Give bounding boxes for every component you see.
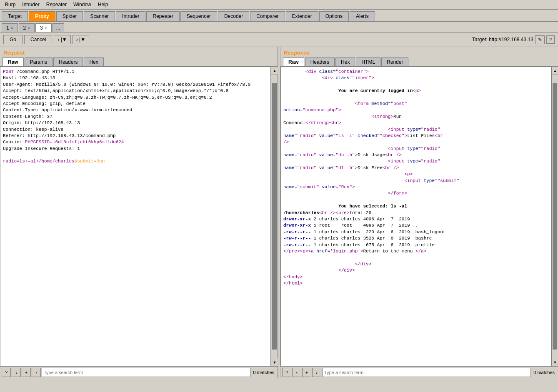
response-search-matches: 0 matches [532, 370, 556, 375]
tab-target[interactable]: Target [2, 11, 28, 21]
fwd-nav-label: › |▼ [76, 37, 85, 42]
req-tab-raw[interactable]: Raw [3, 57, 24, 66]
sub-tab-2-label: 2 [23, 25, 26, 31]
req-tab-params[interactable]: Params [25, 57, 53, 66]
resp-tab-html[interactable]: HTML [356, 57, 380, 66]
target-label: Target: http://192.168.43.13 [472, 37, 533, 42]
go-button[interactable]: Go [3, 35, 23, 44]
tab-alerts[interactable]: Alerts [350, 11, 375, 21]
response-scrollbar-thumb[interactable] [553, 83, 557, 350]
sub-tab-1-label: 1 [6, 25, 9, 31]
sub-tab-2[interactable]: 2 × [19, 23, 35, 32]
req-search-next-plus[interactable]: + [22, 368, 31, 377]
resp-search-next-plus[interactable]: + [302, 368, 311, 377]
resp-scroll-up-btn[interactable]: ▲ [552, 67, 558, 75]
menu-repeater[interactable]: Repeater [43, 1, 70, 8]
tab-spider[interactable]: Spider [56, 11, 83, 21]
menu-intruder[interactable]: Intruder [19, 1, 43, 8]
request-search-matches: 0 matches [251, 370, 276, 375]
back-nav-label: ‹ |▼ [58, 37, 67, 42]
menu-help[interactable]: Help [95, 1, 112, 8]
response-code-wrapper: <div class="container"> <div class="inne… [280, 67, 558, 366]
request-scrollbar-thumb[interactable] [272, 83, 277, 350]
req-tab-headers[interactable]: Headers [53, 57, 83, 66]
req-search-next[interactable]: › [32, 368, 41, 377]
tab-options[interactable]: Options [319, 11, 349, 21]
target-help-button[interactable]: ? [546, 35, 555, 44]
sub-tabs: 1 × 2 × 3 × ... [0, 22, 558, 32]
tab-scanner[interactable]: Scanner [84, 11, 115, 21]
req-search-help[interactable]: ? [2, 368, 11, 377]
sub-tab-more[interactable]: ... [53, 23, 64, 32]
resp-tab-render[interactable]: Render [381, 57, 408, 66]
resp-scroll-down-btn[interactable]: ▼ [552, 358, 558, 366]
request-code-wrapper: POST /command.php HTTP/1.1 Host: 192.168… [0, 67, 278, 366]
sub-tab-3[interactable]: 3 × [35, 23, 52, 32]
scroll-up-btn[interactable]: ▲ [271, 67, 278, 75]
response-scrollbar[interactable]: ▲ ▼ [551, 67, 558, 366]
request-scrollbar[interactable]: ▲ ▼ [271, 67, 278, 366]
resp-tab-hex[interactable]: Hex [335, 57, 355, 66]
sub-tab-3-close[interactable]: × [45, 26, 47, 30]
resp-tab-headers[interactable]: Headers [305, 57, 335, 66]
tab-comparer[interactable]: Comparer [250, 11, 285, 21]
back-nav-button[interactable]: ‹ |▼ [54, 35, 70, 44]
cancel-button[interactable]: Cancel [24, 35, 52, 44]
sub-tab-1[interactable]: 1 × [2, 23, 18, 32]
response-inner-tabs: Raw Headers Hex HTML Render [280, 57, 558, 67]
tab-extender[interactable]: Extender [286, 11, 318, 21]
req-tab-hex[interactable]: Hex [84, 57, 103, 66]
main-content: Request Raw Params Headers Hex POST /com… [0, 47, 558, 378]
menu-burp[interactable]: Burp [2, 1, 19, 8]
main-tabs: Target Proxy Spider Scanner Intruder Rep… [0, 10, 558, 22]
fwd-nav-button[interactable]: › |▼ [73, 35, 89, 44]
request-search-bar: ? ‹ + › 0 matches [0, 366, 278, 378]
request-search-input[interactable] [42, 368, 250, 377]
menu-bar: Burp Intruder Repeater Window Help [0, 0, 558, 10]
request-title: Request [0, 47, 278, 57]
sub-tab-1-close[interactable]: × [11, 26, 13, 30]
request-panel: Request Raw Params Headers Hex POST /com… [0, 47, 278, 378]
request-code-area[interactable]: POST /command.php HTTP/1.1 Host: 192.168… [0, 67, 271, 366]
menu-window[interactable]: Window [70, 1, 95, 8]
resp-tab-raw[interactable]: Raw [283, 57, 304, 66]
target-edit-button[interactable]: ✎ [535, 35, 545, 44]
sub-tab-3-label: 3 [40, 25, 43, 31]
response-panel: Response Raw Headers Hex HTML Render <di… [280, 47, 558, 378]
tab-repeater[interactable]: Repeater [146, 11, 179, 21]
resp-search-prev[interactable]: ‹ [292, 368, 301, 377]
response-code-area[interactable]: <div class="container"> <div class="inne… [280, 67, 551, 366]
scroll-down-btn[interactable]: ▼ [271, 358, 278, 366]
tab-decoder[interactable]: Decoder [218, 11, 249, 21]
response-search-bar: ? ‹ + › 0 matches [280, 366, 558, 378]
toolbar: Go Cancel ‹ |▼ › |▼ Target: http://192.1… [0, 32, 558, 47]
resp-search-help[interactable]: ? [282, 368, 291, 377]
resp-search-next[interactable]: › [312, 368, 321, 377]
tab-intruder[interactable]: Intruder [116, 11, 145, 21]
sub-tab-2-close[interactable]: × [28, 26, 30, 30]
tab-proxy[interactable]: Proxy [29, 11, 55, 21]
response-title: Response [280, 47, 558, 57]
req-search-prev[interactable]: ‹ [12, 368, 21, 377]
response-search-input[interactable] [322, 368, 531, 377]
tab-sequencer[interactable]: Sequencer [180, 11, 217, 21]
request-inner-tabs: Raw Params Headers Hex [0, 57, 278, 67]
